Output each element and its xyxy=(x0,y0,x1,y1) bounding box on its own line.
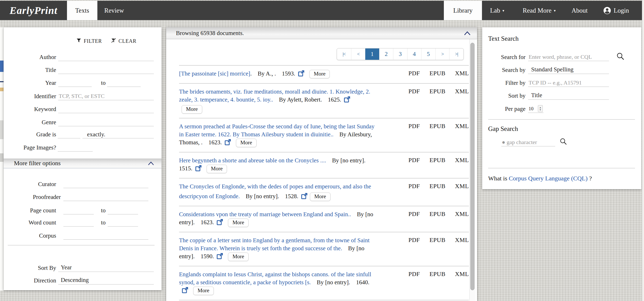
xml-link[interactable]: XML xyxy=(455,157,469,164)
pdf-link[interactable]: PDF xyxy=(409,157,420,164)
document-title-link[interactable]: The coppie of a letter sent into England… xyxy=(179,237,370,252)
word-count-from-field[interactable] xyxy=(63,219,94,226)
page-scrollbar-gutter[interactable] xyxy=(642,0,644,301)
pdf-link[interactable]: PDF xyxy=(409,88,420,95)
page-count-from-input[interactable] xyxy=(63,206,94,214)
epub-link[interactable]: EPUB xyxy=(429,88,445,95)
epub-link[interactable]: EPUB xyxy=(429,237,445,244)
results-scrollbar-thumb[interactable] xyxy=(470,43,474,290)
epub-link[interactable]: EPUB xyxy=(429,271,445,278)
year-to-input[interactable] xyxy=(107,79,141,87)
epub-link[interactable]: EPUB xyxy=(429,157,445,164)
pagination-next-button[interactable]: > xyxy=(435,48,450,60)
open-external-icon[interactable] xyxy=(224,139,231,148)
year-from-input[interactable] xyxy=(58,79,92,87)
author-input[interactable] xyxy=(58,53,154,61)
pdf-link[interactable]: PDF xyxy=(409,123,420,130)
document-title-link[interactable]: [The passoinate [sic] morrice] xyxy=(179,70,250,77)
word-count-to-field[interactable] xyxy=(108,219,138,226)
page-images-field[interactable] xyxy=(58,144,93,151)
search-icon[interactable] xyxy=(560,138,567,146)
pagination-page-1[interactable]: 1 xyxy=(365,48,379,60)
proofreader-field[interactable] xyxy=(63,193,148,201)
tab-read-more[interactable]: Read More▾ xyxy=(518,1,560,20)
more-button[interactable]: More xyxy=(207,165,227,173)
results-scrollbar-track[interactable] xyxy=(469,39,476,301)
more-button[interactable]: More xyxy=(236,139,257,147)
grade-value-field[interactable] xyxy=(58,130,80,138)
login-button[interactable]: Login xyxy=(598,1,634,20)
xml-link[interactable]: XML xyxy=(455,70,469,77)
open-external-icon[interactable] xyxy=(216,253,223,262)
pagination-first-button[interactable]: |< xyxy=(337,48,351,60)
page-count-to-field[interactable] xyxy=(108,206,138,214)
filter-by-input[interactable] xyxy=(528,79,609,87)
page-images-input[interactable] xyxy=(58,144,93,152)
more-button[interactable]: More xyxy=(309,70,330,78)
tab-about[interactable]: About xyxy=(567,1,592,20)
identifier-field[interactable] xyxy=(58,92,154,100)
grade-value-input[interactable] xyxy=(58,130,80,138)
pdf-link[interactable]: PDF xyxy=(409,271,420,278)
epub-link[interactable]: EPUB xyxy=(429,183,445,190)
more-button[interactable]: More xyxy=(310,193,331,201)
search-by-select[interactable]: Standard Spelling xyxy=(528,66,609,74)
xml-link[interactable]: XML xyxy=(455,271,469,278)
open-external-icon[interactable] xyxy=(344,96,351,105)
epub-link[interactable]: EPUB xyxy=(429,70,445,77)
open-external-icon[interactable] xyxy=(195,165,202,174)
genre-input[interactable] xyxy=(58,118,154,126)
page-count-from-field[interactable] xyxy=(63,206,94,214)
xml-link[interactable]: XML xyxy=(455,237,469,244)
pdf-link[interactable]: PDF xyxy=(409,237,420,244)
year-from-field[interactable] xyxy=(58,79,92,87)
title-field[interactable] xyxy=(58,66,154,74)
more-button[interactable]: More xyxy=(193,287,214,295)
title-input[interactable] xyxy=(58,66,154,74)
author-field[interactable] xyxy=(58,53,154,61)
sort-by-select[interactable]: Year xyxy=(58,264,154,272)
more-button[interactable]: More xyxy=(182,105,202,114)
more-button[interactable]: More xyxy=(228,253,249,261)
year-to-field[interactable] xyxy=(107,79,141,87)
pdf-link[interactable]: PDF xyxy=(409,183,420,190)
clear-button[interactable]: CLEAR xyxy=(111,38,137,44)
cql-link[interactable]: Corpus Query Language (CQL) xyxy=(509,175,588,182)
keyword-field[interactable] xyxy=(58,105,154,113)
pagination-page-3[interactable]: 3 xyxy=(393,48,407,60)
open-external-icon[interactable] xyxy=(216,219,223,228)
search-icon[interactable] xyxy=(616,52,625,61)
direction-select[interactable]: Descending xyxy=(58,277,154,285)
gap-search-input[interactable] xyxy=(501,138,555,146)
filter-by-field[interactable] xyxy=(528,79,609,87)
filter-button[interactable]: FILTER xyxy=(77,38,102,44)
pagination-page-4[interactable]: 4 xyxy=(407,48,421,60)
open-external-icon[interactable] xyxy=(182,287,189,296)
per-page-stepper[interactable]: ▲▼ xyxy=(538,105,543,112)
epub-link[interactable]: EPUB xyxy=(429,211,445,218)
tab-review[interactable]: Review xyxy=(100,1,128,20)
earlyprint-logo[interactable]: EarlyPrint xyxy=(0,1,67,20)
identifier-input[interactable] xyxy=(58,92,154,100)
page-count-to-input[interactable] xyxy=(108,206,138,214)
more-button[interactable]: More xyxy=(228,219,249,227)
stepper-down-icon[interactable]: ▼ xyxy=(539,109,541,111)
pagination-prev-button[interactable]: < xyxy=(351,48,365,60)
word-count-to-input[interactable] xyxy=(108,219,138,227)
xml-link[interactable]: XML xyxy=(455,211,469,218)
open-external-icon[interactable] xyxy=(298,70,305,79)
curator-field[interactable] xyxy=(63,180,148,188)
xml-link[interactable]: XML xyxy=(455,88,469,95)
open-external-icon[interactable] xyxy=(301,193,308,202)
search-for-input[interactable] xyxy=(528,53,609,61)
proofreader-input[interactable] xyxy=(63,193,148,201)
tab-texts[interactable]: Texts xyxy=(67,1,97,20)
pagination-page-5[interactable]: 5 xyxy=(421,48,435,60)
search-for-field[interactable] xyxy=(528,53,609,61)
document-title-link[interactable]: Here begynneth a shorte and abreue table… xyxy=(179,157,326,164)
word-count-from-input[interactable] xyxy=(63,219,94,227)
more-filter-options-toggle[interactable]: More filter options xyxy=(4,158,162,168)
xml-link[interactable]: XML xyxy=(455,183,469,190)
stepper-up-icon[interactable]: ▲ xyxy=(539,106,541,109)
sort-by-select[interactable]: Title xyxy=(528,92,609,100)
